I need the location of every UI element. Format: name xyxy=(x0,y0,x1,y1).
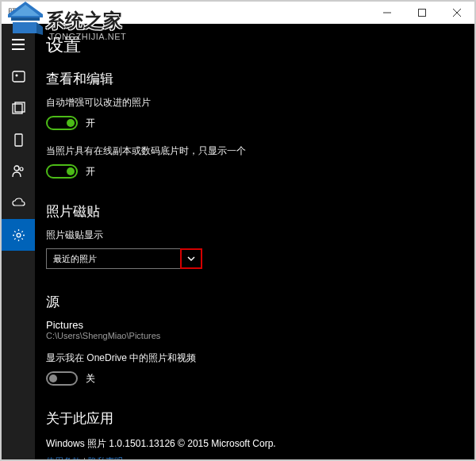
sidebar-item-settings[interactable] xyxy=(2,219,35,251)
section-about: 关于此应用 Windows 照片 1.0.1501.13126 © 2015 M… xyxy=(46,409,462,459)
chevron-down-icon xyxy=(187,255,195,263)
page-title: 设置 xyxy=(46,33,462,57)
gear-icon xyxy=(12,229,25,242)
tile-label: 照片磁贴显示 xyxy=(46,229,462,242)
hamburger-button[interactable] xyxy=(2,29,35,60)
svg-point-14 xyxy=(14,166,19,171)
about-version: Windows 照片 1.0.1501.13126 © 2015 Microso… xyxy=(46,437,462,451)
titlebar: 照片 xyxy=(2,2,474,24)
sidebar-item-albums[interactable] xyxy=(2,92,35,124)
svg-point-15 xyxy=(20,167,23,171)
about-links: 使用条款|隐私声明 xyxy=(46,455,462,459)
sidebar-item-onedrive[interactable] xyxy=(2,187,35,219)
section-tile: 照片磁贴 照片磁贴显示 最近的照片 xyxy=(46,202,462,269)
enhance-state: 开 xyxy=(86,117,95,130)
maximize-button[interactable] xyxy=(405,2,440,24)
window-title: 照片 xyxy=(8,6,27,20)
dup-state: 开 xyxy=(86,165,95,179)
privacy-link[interactable]: 隐私声明 xyxy=(88,456,123,459)
dup-desc: 当照片具有在线副本或数码底片时，只显示一个 xyxy=(46,144,462,158)
svg-point-16 xyxy=(17,233,21,237)
tile-dropdown-button[interactable] xyxy=(180,248,202,269)
tile-dropdown-value: 最近的照片 xyxy=(53,253,97,265)
onedrive-toggle[interactable] xyxy=(46,371,78,386)
photo-icon xyxy=(12,70,25,83)
dup-toggle[interactable] xyxy=(46,164,78,179)
sources-heading: 源 xyxy=(46,293,462,311)
section-sources: 源 Pictures C:\Users\ShengMiao\Pictures 显… xyxy=(46,293,462,386)
cloud-icon xyxy=(11,196,25,210)
enhance-toggle[interactable] xyxy=(46,116,78,130)
section-view-edit: 查看和编辑 自动增强可以改进的照片 开 当照片具有在线副本或数码底片时，只显示一… xyxy=(46,70,462,179)
svg-rect-9 xyxy=(13,71,25,82)
sidebar-item-folders[interactable] xyxy=(2,124,35,156)
window-controls xyxy=(370,2,474,24)
source-folder-path: C:\Users\ShengMiao\Pictures xyxy=(46,331,462,340)
svg-point-10 xyxy=(15,74,17,76)
sidebar-item-people[interactable] xyxy=(2,156,35,187)
view-edit-heading: 查看和编辑 xyxy=(46,70,462,88)
tile-heading: 照片磁贴 xyxy=(46,202,462,221)
svg-rect-1 xyxy=(419,10,426,17)
albums-icon xyxy=(12,102,25,115)
sidebar-item-collection[interactable] xyxy=(2,60,35,92)
people-icon xyxy=(11,164,25,179)
device-icon xyxy=(12,133,25,147)
about-heading: 关于此应用 xyxy=(46,409,462,428)
link-separator: | xyxy=(83,456,86,459)
close-button[interactable] xyxy=(440,2,474,24)
terms-link[interactable]: 使用条款 xyxy=(46,456,81,459)
onedrive-state: 关 xyxy=(86,372,95,386)
minimize-button[interactable] xyxy=(370,2,405,24)
content-area: 设置 查看和编辑 自动增强可以改进的照片 开 当照片具有在线副本或数码底片时，只… xyxy=(35,24,474,459)
source-folder-name: Pictures xyxy=(46,319,462,331)
enhance-desc: 自动增强可以改进的照片 xyxy=(46,96,462,109)
sidebar xyxy=(2,24,35,459)
tile-dropdown[interactable]: 最近的照片 xyxy=(46,248,181,269)
svg-rect-13 xyxy=(15,134,22,146)
onedrive-desc: 显示我在 OneDrive 中的照片和视频 xyxy=(46,352,462,365)
